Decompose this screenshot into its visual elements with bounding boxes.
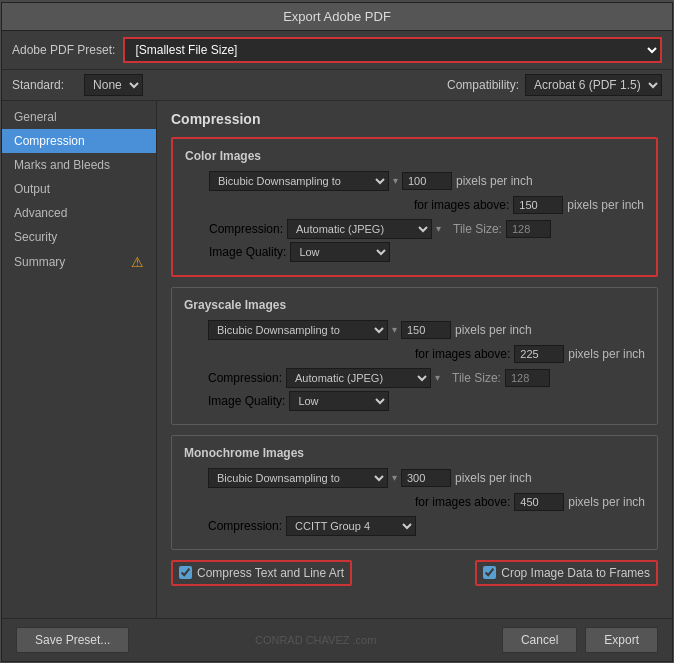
compress-text-group: Compress Text and Line Art [171, 560, 352, 586]
color-quality-row: Image Quality: Low [185, 242, 644, 262]
warning-icon: ⚠ [131, 254, 144, 270]
sidebar-item-compression[interactable]: Compression [2, 129, 156, 153]
color-images-group: Color Images Bicubic Downsampling to ▾ p… [171, 137, 658, 277]
color-quality-label: Image Quality: [209, 245, 286, 259]
save-preset-button[interactable]: Save Preset... [16, 627, 129, 653]
bottom-bar: Save Preset... CONRAD CHAVEZ .com Cancel… [2, 618, 672, 661]
mono-sampling-select[interactable]: Bicubic Downsampling to [208, 468, 388, 488]
sidebar-item-marks-bleeds[interactable]: Marks and Bleeds [2, 153, 156, 177]
mono-compression-select[interactable]: CCITT Group 4 [286, 516, 416, 536]
gray-above-row: for images above: pixels per inch [184, 345, 645, 363]
gray-resolution-input[interactable] [401, 321, 451, 339]
color-compress-arrow: ▾ [436, 223, 441, 234]
gray-tile-input[interactable] [505, 369, 550, 387]
color-above-input[interactable] [513, 196, 563, 214]
gray-above-ppi: pixels per inch [568, 347, 645, 361]
title-bar: Export Adobe PDF [2, 3, 672, 31]
content-area: Compression Color Images Bicubic Downsam… [157, 101, 672, 618]
mono-compression-row: Compression: CCITT Group 4 [184, 516, 645, 536]
gray-compression-row: Compression: Automatic (JPEG) ▾ Tile Siz… [184, 368, 645, 388]
preset-bar: Adobe PDF Preset: [Smallest File Size][H… [2, 31, 672, 70]
sidebar: General Compression Marks and Bleeds Out… [2, 101, 157, 618]
compress-text-checkbox[interactable] [179, 566, 192, 579]
dialog-title: Export Adobe PDF [283, 9, 391, 24]
watermark: CONRAD CHAVEZ .com [129, 634, 502, 646]
mono-ppi-label: pixels per inch [455, 471, 532, 485]
gray-compression-label: Compression: [208, 371, 282, 385]
sidebar-item-output[interactable]: Output [2, 177, 156, 201]
sidebar-item-security[interactable]: Security [2, 225, 156, 249]
gray-sampling-select[interactable]: Bicubic Downsampling to [208, 320, 388, 340]
standard-select[interactable]: None [84, 74, 143, 96]
mono-sampling-arrow: ▾ [392, 472, 397, 483]
color-above-row: for images above: pixels per inch [185, 196, 644, 214]
mono-above-row: for images above: pixels per inch [184, 493, 645, 511]
bottom-options: Compress Text and Line Art Crop Image Da… [171, 560, 658, 586]
mono-above-input[interactable] [514, 493, 564, 511]
mono-sampling-row: Bicubic Downsampling to ▾ pixels per inc… [184, 468, 645, 488]
preset-select[interactable]: [Smallest File Size][High Quality Print]… [123, 37, 662, 63]
compress-text-label: Compress Text and Line Art [197, 566, 344, 580]
gray-tile-label: Tile Size: [452, 371, 501, 385]
compat-group: Compatibility: Acrobat 6 (PDF 1.5) [447, 74, 662, 96]
gray-quality-label: Image Quality: [208, 394, 285, 408]
crop-image-group: Crop Image Data to Frames [475, 560, 658, 586]
compat-select[interactable]: Acrobat 6 (PDF 1.5) [525, 74, 662, 96]
gray-sampling-row: Bicubic Downsampling to ▾ pixels per inc… [184, 320, 645, 340]
gray-quality-row: Image Quality: Low [184, 391, 645, 411]
color-tile-label: Tile Size: [453, 222, 502, 236]
sidebar-item-summary[interactable]: Summary ⚠ [2, 249, 156, 275]
preset-label: Adobe PDF Preset: [12, 43, 115, 57]
action-buttons: Cancel Export [502, 627, 658, 653]
gray-above-input[interactable] [514, 345, 564, 363]
color-compression-label: Compression: [209, 222, 283, 236]
gray-sampling-arrow: ▾ [392, 324, 397, 335]
crop-image-checkbox[interactable] [483, 566, 496, 579]
grayscale-images-group: Grayscale Images Bicubic Downsampling to… [171, 287, 658, 425]
mono-images-label: Monochrome Images [184, 446, 645, 460]
color-tile-input[interactable] [506, 220, 551, 238]
mono-resolution-input[interactable] [401, 469, 451, 487]
color-images-label: Color Images [185, 149, 644, 163]
cancel-button[interactable]: Cancel [502, 627, 577, 653]
gray-quality-select[interactable]: Low [289, 391, 389, 411]
color-above-ppi: pixels per inch [567, 198, 644, 212]
color-compression-row: Compression: Automatic (JPEG) ▾ Tile Siz… [185, 219, 644, 239]
gray-compress-arrow: ▾ [435, 372, 440, 383]
section-title: Compression [171, 111, 658, 127]
gray-above-label: for images above: [415, 347, 510, 361]
color-sampling-select[interactable]: Bicubic Downsampling to [209, 171, 389, 191]
grayscale-images-label: Grayscale Images [184, 298, 645, 312]
compat-label: Compatibility: [447, 78, 519, 92]
crop-image-label: Crop Image Data to Frames [501, 566, 650, 580]
sidebar-item-advanced[interactable]: Advanced [2, 201, 156, 225]
mono-compression-label: Compression: [208, 519, 282, 533]
gray-ppi-label: pixels per inch [455, 323, 532, 337]
gray-compression-select[interactable]: Automatic (JPEG) [286, 368, 431, 388]
color-resolution-input[interactable] [402, 172, 452, 190]
mono-above-ppi: pixels per inch [568, 495, 645, 509]
standard-label: Standard: [12, 78, 64, 92]
mono-above-label: for images above: [415, 495, 510, 509]
mono-images-group: Monochrome Images Bicubic Downsampling t… [171, 435, 658, 550]
color-above-label: for images above: [414, 198, 509, 212]
color-ppi-label: pixels per inch [456, 174, 533, 188]
export-pdf-dialog: Export Adobe PDF Adobe PDF Preset: [Smal… [1, 2, 673, 662]
color-sampling-row: Bicubic Downsampling to ▾ pixels per inc… [185, 171, 644, 191]
color-sampling-arrow: ▾ [393, 175, 398, 186]
color-compression-select[interactable]: Automatic (JPEG) [287, 219, 432, 239]
sidebar-item-general[interactable]: General [2, 105, 156, 129]
color-quality-select[interactable]: Low [290, 242, 390, 262]
standard-bar: Standard: None Compatibility: Acrobat 6 … [2, 70, 672, 101]
export-button[interactable]: Export [585, 627, 658, 653]
main-area: General Compression Marks and Bleeds Out… [2, 101, 672, 618]
